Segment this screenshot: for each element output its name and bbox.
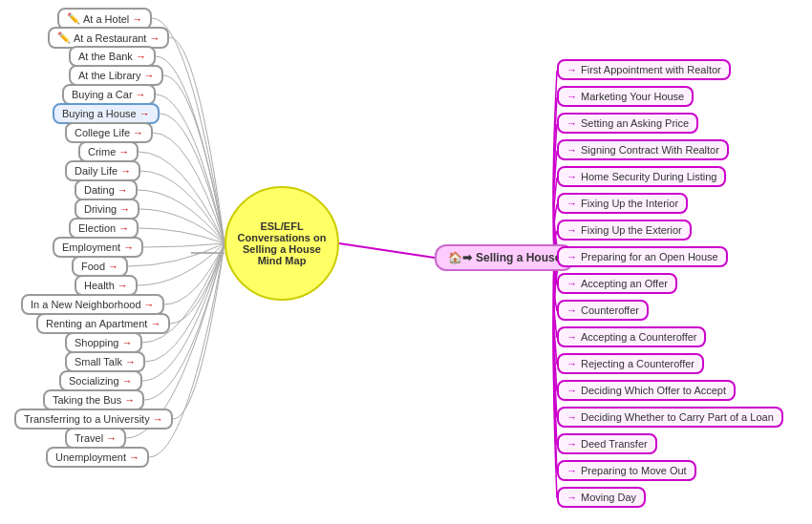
left-topic-label: Renting an Apartment bbox=[46, 318, 147, 329]
arrow-icon: → bbox=[566, 385, 577, 396]
topic-label: Accepting a Counteroffer bbox=[581, 331, 696, 343]
left-topic-15[interactable]: In a New Neighborhood → bbox=[21, 294, 164, 315]
left-topic-label: Dating bbox=[84, 184, 115, 196]
right-topic-7[interactable]: →Preparing for an Open House bbox=[557, 246, 728, 267]
center-node: ESL/EFLConversations onSelling a HouseMi… bbox=[224, 186, 339, 301]
right-topic-12[interactable]: →Deciding Which Offer to Accept bbox=[557, 380, 736, 401]
arrow-icon: → bbox=[566, 331, 577, 343]
arrow-icon: → bbox=[566, 438, 577, 450]
arrow-icon: → bbox=[118, 184, 128, 196]
left-topic-8[interactable]: Daily Life → bbox=[65, 160, 140, 181]
left-topic-label: Health bbox=[84, 280, 115, 291]
left-topic-13[interactable]: Food → bbox=[72, 256, 128, 277]
arrow-icon: → bbox=[566, 251, 577, 262]
left-topic-9[interactable]: Dating → bbox=[75, 179, 138, 200]
selling-node[interactable]: 🏠➡ Selling a House bbox=[435, 244, 574, 271]
left-topic-label: Daily Life bbox=[75, 165, 118, 177]
right-topic-3[interactable]: →Signing Contract With Realtor bbox=[557, 139, 729, 160]
left-topic-23[interactable]: Unemployment → bbox=[46, 447, 149, 468]
arrow-icon: → bbox=[129, 451, 139, 463]
left-topic-label: At a Restaurant bbox=[74, 32, 146, 44]
right-topic-13[interactable]: →Deciding Whether to Carry Part of a Loa… bbox=[557, 407, 783, 428]
arrow-icon: → bbox=[149, 32, 160, 44]
right-topic-10[interactable]: →Accepting a Counteroffer bbox=[557, 326, 706, 347]
left-topic-20[interactable]: Taking the Bus → bbox=[43, 389, 144, 410]
left-topic-label: Travel bbox=[75, 432, 103, 444]
topic-label: Accepting an Offer bbox=[581, 278, 668, 289]
right-topic-2[interactable]: →Setting an Asking Price bbox=[557, 113, 698, 134]
arrow-icon: → bbox=[125, 356, 136, 367]
left-topic-label: College Life bbox=[75, 127, 130, 138]
right-topic-9[interactable]: →Counteroffer bbox=[557, 300, 649, 321]
left-topic-22[interactable]: Travel → bbox=[65, 428, 126, 449]
left-topic-label: Socializing bbox=[69, 375, 119, 387]
right-topic-5[interactable]: →Fixing Up the Interior bbox=[557, 193, 688, 214]
topic-label: Fixing Up the Exterior bbox=[581, 224, 682, 236]
arrow-icon: → bbox=[566, 358, 577, 369]
arrow-icon: → bbox=[119, 203, 130, 215]
arrow-icon: → bbox=[143, 70, 154, 81]
left-topic-label: In a New Neighborhood bbox=[31, 299, 141, 310]
topic-label: Rejecting a Counteroffer bbox=[581, 358, 694, 369]
arrow-icon: → bbox=[566, 411, 577, 423]
arrow-icon: → bbox=[566, 64, 577, 75]
left-topic-18[interactable]: Small Talk → bbox=[65, 351, 145, 372]
arrow-icon: → bbox=[108, 261, 118, 272]
right-topic-1[interactable]: →Marketing Your House bbox=[557, 86, 694, 107]
topic-label: Deciding Which Offer to Accept bbox=[581, 385, 726, 396]
right-topic-8[interactable]: →Accepting an Offer bbox=[557, 273, 677, 294]
right-topic-6[interactable]: →Fixing Up the Exterior bbox=[557, 220, 692, 241]
arrow-icon: → bbox=[566, 465, 577, 476]
left-topic-label: Buying a Car bbox=[72, 89, 133, 100]
left-topic-label: Employment bbox=[62, 241, 120, 253]
left-topic-17[interactable]: Shopping → bbox=[65, 332, 142, 353]
topic-icon: ✏️ bbox=[57, 31, 71, 44]
left-topic-4[interactable]: Buying a Car → bbox=[62, 84, 156, 105]
arrow-icon: → bbox=[566, 144, 577, 156]
left-topic-label: Taking the Bus bbox=[53, 394, 121, 406]
left-topic-2[interactable]: At the Bank → bbox=[69, 46, 156, 67]
arrow-icon: → bbox=[118, 146, 129, 157]
arrow-icon: → bbox=[118, 280, 128, 291]
right-topic-0[interactable]: →First Appointment with Realtor bbox=[557, 59, 731, 80]
left-topic-7[interactable]: Crime → bbox=[78, 141, 139, 162]
arrow-icon: → bbox=[566, 198, 577, 209]
left-topic-5[interactable]: Buying a House → bbox=[53, 103, 160, 124]
left-topic-3[interactable]: At the Library → bbox=[69, 65, 163, 86]
left-topic-19[interactable]: Socializing → bbox=[59, 370, 142, 391]
topic-label: Deed Transfer bbox=[581, 438, 648, 450]
left-topic-14[interactable]: Health → bbox=[75, 275, 138, 296]
arrow-icon: → bbox=[120, 165, 131, 177]
left-topic-6[interactable]: College Life → bbox=[65, 122, 153, 143]
right-topic-4[interactable]: →Home Security During Listing bbox=[557, 166, 726, 187]
left-topic-label: At the Bank bbox=[78, 51, 133, 62]
left-topic-label: Election bbox=[78, 222, 116, 234]
arrow-icon: → bbox=[153, 413, 163, 425]
topic-label: Setting an Asking Price bbox=[581, 117, 689, 129]
topic-label: Preparing to Move Out bbox=[581, 465, 687, 476]
left-topic-label: At a Hotel bbox=[83, 13, 129, 25]
arrow-icon: → bbox=[124, 394, 135, 406]
arrow-icon: → bbox=[139, 108, 150, 119]
topic-label: Fixing Up the Interior bbox=[581, 198, 678, 209]
left-topic-10[interactable]: Driving → bbox=[75, 199, 139, 220]
topic-label: Counteroffer bbox=[581, 304, 639, 316]
right-topic-11[interactable]: →Rejecting a Counteroffer bbox=[557, 353, 704, 374]
arrow-icon: → bbox=[566, 91, 577, 102]
arrow-icon: → bbox=[136, 89, 146, 100]
arrow-icon: → bbox=[566, 278, 577, 289]
left-topic-12[interactable]: Employment → bbox=[53, 237, 143, 258]
arrow-icon: → bbox=[144, 299, 155, 310]
left-topic-21[interactable]: Transferring to a University → bbox=[14, 409, 173, 430]
selling-icon: 🏠➡ bbox=[448, 251, 472, 264]
topic-label: Home Security During Listing bbox=[581, 171, 716, 182]
left-topic-label: Transferring to a University bbox=[24, 413, 150, 425]
right-topic-16[interactable]: →Moving Day bbox=[557, 487, 646, 508]
left-topic-label: Small Talk bbox=[75, 356, 122, 367]
left-topic-11[interactable]: Election → bbox=[69, 218, 139, 239]
left-topic-16[interactable]: Renting an Apartment → bbox=[36, 313, 170, 334]
arrow-icon: → bbox=[118, 222, 129, 234]
left-topic-label: Driving bbox=[84, 203, 117, 215]
right-topic-15[interactable]: →Preparing to Move Out bbox=[557, 460, 696, 481]
right-topic-14[interactable]: →Deed Transfer bbox=[557, 433, 657, 454]
